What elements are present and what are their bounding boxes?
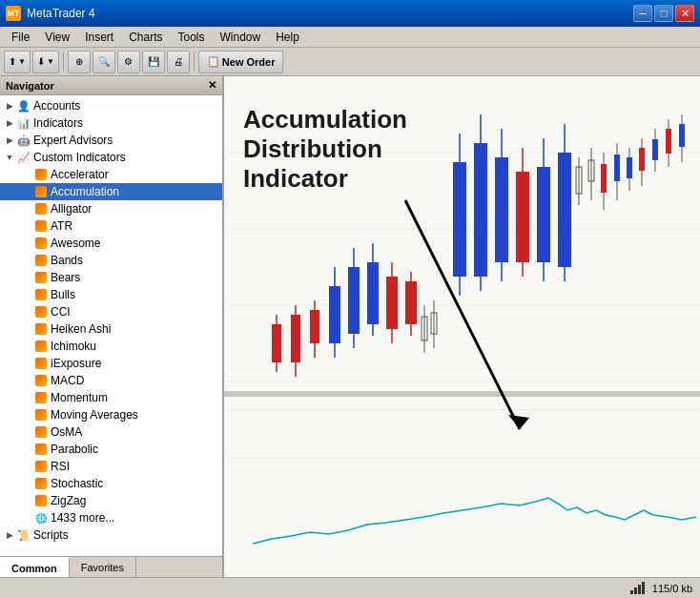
toolbar-zoom-in-button[interactable]: 🔍	[93, 51, 115, 73]
nav-item-parabolic[interactable]: Parabolic	[0, 441, 222, 458]
status-bar: 115/0 kb	[0, 577, 700, 598]
menu-tools[interactable]: Tools	[171, 29, 213, 46]
nav-item-accumulation[interactable]: Accumulation	[0, 183, 222, 200]
svg-rect-53	[652, 139, 658, 160]
nav-item-bands[interactable]: Bands	[0, 252, 222, 269]
menu-view[interactable]: View	[37, 29, 77, 46]
indicator-icon-rsi	[34, 460, 48, 473]
expand-icon: ▶	[4, 100, 15, 112]
experts-icon: 🤖	[17, 134, 31, 147]
title-bar-text: MetaTrader 4	[27, 7, 95, 20]
nav-item-bulls[interactable]: Bulls	[0, 286, 222, 303]
indicator-icon-zz	[34, 494, 48, 507]
svg-rect-57	[679, 124, 685, 147]
nav-item-accelerator[interactable]: Accelerator	[0, 166, 222, 183]
nav-item-scripts[interactable]: ▶ 📜 Scripts	[0, 526, 222, 544]
chart-annotation: Accumulation Distribution Indicator	[243, 105, 407, 195]
nav-item-experts[interactable]: ▶ 🤖 Expert Advisors	[0, 132, 222, 149]
bulls-label: Bulls	[51, 288, 75, 301]
crosshair-icon: ⊕	[75, 56, 83, 67]
minimize-button[interactable]: ─	[633, 5, 652, 22]
title-bar-left: MT MetaTrader 4	[6, 6, 95, 21]
expand-icon-ea: ▶	[4, 134, 15, 146]
menu-window[interactable]: Window	[213, 29, 269, 46]
awesome-label: Awesome	[51, 237, 100, 250]
print-icon: 🖨	[174, 56, 183, 67]
nav-item-stochastic[interactable]: Stochastic	[0, 475, 222, 492]
experts-label: Expert Advisors	[33, 134, 113, 147]
indicator-icon-ichi	[34, 340, 48, 353]
stochastic-label: Stochastic	[51, 477, 103, 490]
signal-bar-2	[634, 588, 637, 594]
indicator-icon-mom	[34, 391, 48, 404]
nav-item-zigzag[interactable]: ZigZag	[0, 492, 222, 509]
toolbar: ⬆ ▼ ⬇ ▼ ⊕ 🔍 ⚙ 💾 🖨 📋 New Order	[0, 48, 700, 76]
nav-item-indicators[interactable]: ▶ 📊 Indicators	[0, 114, 222, 132]
dropdown-arrow-icon: ▼	[18, 57, 26, 66]
main-area: Navigator ✕ ▶ 👤 Accounts ▶ 📊 Indicators …	[0, 76, 700, 577]
new-order-button[interactable]: 📋 New Order	[198, 51, 284, 73]
menu-insert[interactable]: Insert	[77, 29, 121, 46]
nav-item-custom-indicators[interactable]: ▼ 📈 Custom Indicators	[0, 149, 222, 166]
nav-item-ichimoku[interactable]: Ichimoku	[0, 338, 222, 355]
scripts-label: Scripts	[33, 528, 69, 542]
nav-item-rsi[interactable]: RSI	[0, 458, 222, 475]
maximize-button[interactable]: □	[654, 5, 673, 22]
nav-item-atr[interactable]: ATR	[0, 217, 222, 235]
nav-item-cci[interactable]: CCI	[0, 303, 222, 320]
menu-file[interactable]: File	[4, 29, 37, 46]
indicator-icon-atr	[34, 219, 48, 233]
toolbar-fwd-button[interactable]: ⬇ ▼	[32, 51, 59, 73]
momentum-label: Momentum	[51, 391, 108, 404]
nav-item-macd[interactable]: MACD	[0, 372, 222, 389]
indicator-icon-iexp	[34, 357, 48, 370]
menu-help[interactable]: Help	[268, 29, 307, 46]
zigzag-label: ZigZag	[51, 494, 86, 507]
signal-bar-1	[630, 590, 633, 594]
indicator-icon-macd	[34, 374, 48, 387]
nav-item-moving-averages[interactable]: Moving Averages	[0, 406, 222, 423]
indicator-icon-cci	[34, 305, 48, 319]
toolbar-save-button[interactable]: 💾	[142, 51, 165, 73]
new-order-icon: 📋	[207, 55, 220, 68]
tab-favorites[interactable]: Favorites	[70, 557, 136, 577]
toolbar-print-button[interactable]: 🖨	[167, 51, 190, 73]
nav-item-osma[interactable]: OsMA	[0, 423, 222, 441]
cci-label: CCI	[51, 305, 71, 319]
navigator-title: Navigator	[6, 80, 54, 92]
bears-label: Bears	[51, 271, 80, 284]
arrow-right-icon: ⬇	[37, 56, 45, 67]
arrow-left-icon: ⬆	[9, 56, 16, 67]
scripts-icon: 📜	[17, 528, 31, 542]
nav-item-accounts[interactable]: ▶ 👤 Accounts	[0, 97, 222, 114]
chart-area[interactable]: Accumulation Distribution Indicator	[224, 76, 700, 577]
toolbar-crosshair-button[interactable]: ⊕	[68, 51, 91, 73]
toolbar-properties-button[interactable]: ⚙	[117, 51, 140, 73]
nav-item-more[interactable]: 🌐 1433 more...	[0, 509, 222, 526]
title-bar: MT MetaTrader 4 ─ □ ✕	[0, 0, 700, 27]
nav-item-awesome[interactable]: Awesome	[0, 235, 222, 252]
nav-item-alligator[interactable]: Alligator	[0, 200, 222, 217]
expand-icon-scripts: ▶	[4, 529, 15, 541]
nav-item-bears[interactable]: Bears	[0, 269, 222, 286]
close-button[interactable]: ✕	[675, 5, 694, 22]
ichimoku-label: Ichimoku	[51, 340, 96, 353]
menu-charts[interactable]: Charts	[121, 29, 170, 46]
macd-label: MACD	[51, 374, 84, 387]
toolbar-back-button[interactable]: ⬆ ▼	[4, 51, 31, 73]
toolbar-separator2	[194, 52, 195, 72]
alligator-label: Alligator	[51, 202, 92, 216]
indicator-icon-more: 🌐	[34, 511, 48, 525]
zoom-in-icon: 🔍	[98, 56, 110, 67]
nav-item-heiken[interactable]: Heiken Ashi	[0, 320, 222, 338]
svg-rect-7	[224, 391, 700, 397]
indicator-icon-acc	[34, 168, 48, 181]
tab-common[interactable]: Common	[0, 557, 70, 577]
nav-item-iexposure[interactable]: iExposure	[0, 355, 222, 372]
navigator-close-button[interactable]: ✕	[208, 79, 216, 92]
nav-item-momentum[interactable]: Momentum	[0, 389, 222, 406]
moving-averages-label: Moving Averages	[51, 408, 138, 422]
atr-label: ATR	[51, 219, 72, 233]
navigator-tabs: Common Favorites	[0, 556, 222, 577]
accounts-label: Accounts	[33, 99, 80, 113]
